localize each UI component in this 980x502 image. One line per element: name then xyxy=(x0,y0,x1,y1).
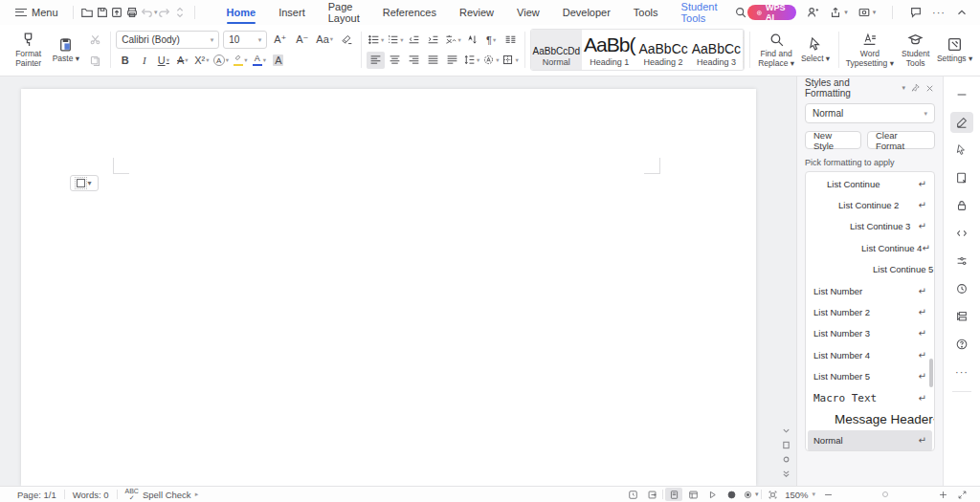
gallery-up-icon[interactable]: ▴ xyxy=(744,33,745,40)
read-mode-icon[interactable] xyxy=(703,488,721,501)
print-layout-icon[interactable] xyxy=(665,488,682,501)
fit-page-icon[interactable] xyxy=(764,488,781,501)
tab-tools[interactable]: Tools xyxy=(622,0,670,25)
tab-insert[interactable]: Insert xyxy=(267,0,317,25)
help-icon[interactable] xyxy=(950,334,973,355)
selection-pane-icon[interactable] xyxy=(950,140,973,161)
align-right-button[interactable] xyxy=(405,52,423,69)
screenshot-icon[interactable]: ▾ xyxy=(858,6,877,19)
style-normal[interactable]: AaBbCcDd Normal xyxy=(531,30,582,70)
collapse-ribbon-icon[interactable] xyxy=(955,6,969,19)
zoom-slider[interactable] xyxy=(842,489,928,500)
search-icon[interactable] xyxy=(734,6,747,19)
more-tools-icon[interactable]: ··· xyxy=(950,361,973,382)
style-heading-2[interactable]: AaBbCc Heading 2 xyxy=(636,30,689,70)
task-window-icon[interactable] xyxy=(624,488,641,501)
justify-button[interactable] xyxy=(424,52,442,69)
page-indicator[interactable]: Page: 1/1 xyxy=(10,490,64,500)
print-icon[interactable] xyxy=(124,4,140,21)
text-effects-button[interactable]: A▾ xyxy=(212,52,230,69)
menu-button[interactable]: Menu xyxy=(8,7,66,18)
gallery-down-icon[interactable]: ▾ xyxy=(744,46,745,54)
highlight-color-button[interactable]: ▾ xyxy=(231,52,249,69)
italic-button[interactable]: I xyxy=(135,52,153,69)
change-case-button[interactable]: Aa▾ xyxy=(315,31,334,48)
style-list-scrollbar[interactable] xyxy=(929,359,933,387)
style-item-list-number[interactable]: List Number↵ xyxy=(808,280,932,301)
cut-icon[interactable] xyxy=(84,31,105,48)
font-size-select[interactable]: 10▾ xyxy=(223,31,267,49)
shading-button[interactable]: ▾ xyxy=(481,52,500,69)
extract-page-icon[interactable] xyxy=(950,167,973,188)
format-painter-button[interactable]: Format Painter xyxy=(10,28,47,72)
redo-icon[interactable] xyxy=(158,4,173,21)
share-icon[interactable]: ▾ xyxy=(829,6,848,19)
zoom-in-icon[interactable] xyxy=(934,488,951,501)
tab-references[interactable]: References xyxy=(371,0,448,25)
night-mode-icon[interactable]: ▾ xyxy=(742,488,759,501)
find-replace-button[interactable]: Find and Replace ▾ xyxy=(755,28,797,72)
char-shading-button[interactable]: A xyxy=(269,52,287,69)
tab-developer[interactable]: Developer xyxy=(551,0,622,25)
options-sliders-icon[interactable] xyxy=(950,251,973,272)
copy-icon[interactable] xyxy=(84,52,105,69)
fullscreen-icon[interactable] xyxy=(953,488,970,501)
undo-icon[interactable]: ▾ xyxy=(140,4,158,21)
style-item-list-continue-3[interactable]: List Continue 3↵ xyxy=(808,216,932,237)
spell-check[interactable]: ABC✓ Spell Check ▸ xyxy=(118,488,207,501)
sync-icon[interactable] xyxy=(172,4,188,21)
superscript-button[interactable]: X²▾ xyxy=(192,52,211,69)
line-spacing-button[interactable]: ▾ xyxy=(462,52,480,69)
style-item-normal[interactable]: Normal↵ xyxy=(808,430,932,451)
export-icon[interactable] xyxy=(110,4,125,21)
history-icon[interactable] xyxy=(950,278,973,299)
bullets-button[interactable]: ▾ xyxy=(367,32,385,49)
scroll-down-icon[interactable] xyxy=(782,426,791,435)
export-view-icon[interactable] xyxy=(643,488,660,501)
pin-icon[interactable] xyxy=(911,83,922,94)
next-page-icon[interactable] xyxy=(782,469,791,478)
gallery-more-icon[interactable]: ▿ xyxy=(744,59,745,67)
page-frame-quick-button[interactable]: ▾ xyxy=(70,175,99,191)
new-style-button[interactable]: New Style xyxy=(805,131,861,149)
close-panel-icon[interactable] xyxy=(924,83,935,94)
collapse-panel-icon[interactable] xyxy=(950,84,973,105)
select-button[interactable]: Select ▾ xyxy=(797,28,834,72)
asian-layout-button[interactable]: ▾ xyxy=(443,32,461,49)
clear-format-button-panel[interactable]: Clear Format xyxy=(867,131,935,149)
wps-ai-button[interactable]: WPS AI xyxy=(747,5,796,20)
style-item-list-continue-2[interactable]: List Continue 2↵ xyxy=(808,194,932,215)
save-icon[interactable] xyxy=(95,4,110,21)
eye-protection-icon[interactable] xyxy=(723,488,740,501)
structure-icon[interactable] xyxy=(950,306,973,327)
web-layout-icon[interactable] xyxy=(684,488,702,501)
style-item-list-number-4[interactable]: List Number 4↵ xyxy=(808,344,932,365)
clear-format-button[interactable] xyxy=(338,31,356,48)
tab-view[interactable]: View xyxy=(505,0,551,25)
tab-student-tools[interactable]: Student Tools xyxy=(670,0,729,25)
style-item-list-continue[interactable]: List Continue↵ xyxy=(808,173,932,194)
style-item-list-number-2[interactable]: List Number 2↵ xyxy=(808,301,932,322)
word-count[interactable]: Words: 0 xyxy=(65,490,117,500)
grow-font-button[interactable]: A⁺ xyxy=(271,31,289,48)
bold-button[interactable]: B xyxy=(116,52,134,69)
zoom-level[interactable]: 150%▾ xyxy=(783,490,817,500)
styles-pen-icon[interactable] xyxy=(950,112,973,133)
invite-icon[interactable] xyxy=(806,6,819,19)
numbering-button[interactable]: ▾ xyxy=(386,32,404,49)
style-item-message-header[interactable]: Message Header↵ xyxy=(808,408,932,429)
style-heading-1[interactable]: AaBb( Heading 1 xyxy=(582,30,636,70)
style-item-list-continue-5[interactable]: List Continue 5↵ xyxy=(808,259,932,280)
align-left-button[interactable] xyxy=(367,52,385,69)
tab-review[interactable]: Review xyxy=(448,0,505,25)
sort-button[interactable] xyxy=(463,32,481,49)
browse-object-icon[interactable] xyxy=(782,455,791,464)
style-filter-select[interactable]: Normal ▾ xyxy=(805,103,935,123)
style-item-list-number-3[interactable]: List Number 3↵ xyxy=(808,323,932,344)
paste-button[interactable]: Paste ▾ xyxy=(47,28,84,72)
style-item-list-number-5[interactable]: List Number 5↵ xyxy=(808,366,932,387)
code-icon[interactable] xyxy=(950,223,973,244)
borders-button[interactable]: ▾ xyxy=(501,52,519,69)
lock-icon[interactable] xyxy=(950,195,973,216)
decrease-indent-button[interactable] xyxy=(405,32,423,49)
